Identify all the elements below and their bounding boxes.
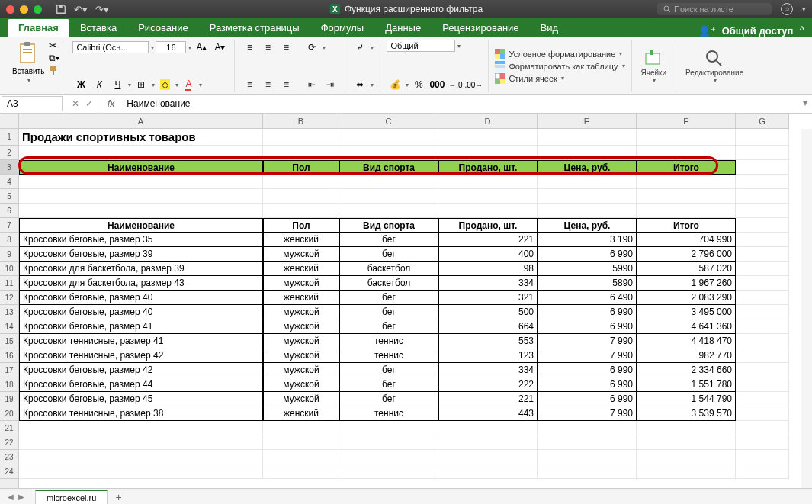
cell[interactable]: теннис [339,334,438,348]
cell[interactable] [637,146,736,160]
cell[interactable]: мужской [263,348,339,363]
cell[interactable]: бег [339,291,438,305]
cell[interactable]: 6 990 [538,377,637,392]
cell[interactable]: Итого [637,160,736,175]
row-header[interactable]: 12 [0,291,18,305]
cell[interactable] [538,464,637,479]
col-header-E[interactable]: E [538,114,637,128]
tab-layout[interactable]: Разметка страницы [199,19,310,37]
cell[interactable]: 334 [438,276,538,291]
currency-icon[interactable]: 💰 [387,77,403,92]
cell[interactable]: 98 [438,262,538,276]
cell[interactable]: бег [339,363,438,377]
cell[interactable] [736,319,789,334]
cell[interactable]: мужской [263,305,339,319]
cell[interactable]: теннис [339,406,438,421]
row-header[interactable]: 9 [0,247,18,262]
cell[interactable] [637,175,736,189]
cell[interactable] [339,189,438,204]
cell[interactable] [736,406,789,421]
cell[interactable]: мужской [263,334,339,348]
cell[interactable] [736,392,789,406]
cell[interactable]: 6 990 [538,392,637,406]
cell[interactable]: 1 544 790 [637,392,736,406]
cell[interactable] [263,464,339,479]
name-box[interactable]: A3 [2,96,63,111]
cell[interactable] [438,129,538,146]
cell[interactable]: Кроссовки беговые, размер 44 [19,377,263,392]
tab-draw[interactable]: Рисование [127,19,198,37]
font-color-button[interactable]: А [180,77,197,92]
cell[interactable]: 587 020 [637,262,736,276]
format-as-table-button[interactable]: Форматировать как таблицу▾ [495,60,624,72]
cell[interactable]: баскетбол [339,276,438,291]
cell[interactable] [19,435,263,450]
cell[interactable]: женский [263,233,339,247]
cell[interactable] [736,305,789,319]
cell[interactable] [438,435,538,450]
cell[interactable] [538,204,637,218]
align-bottom-icon[interactable]: ≡ [278,40,294,55]
cell[interactable]: 7 990 [538,406,637,421]
format-painter-icon[interactable] [49,65,59,75]
cell[interactable]: бег [339,305,438,319]
share-button[interactable]: Общий доступ [722,25,794,37]
cell[interactable] [736,276,789,291]
cell[interactable]: мужской [263,392,339,406]
cell[interactable] [339,450,438,464]
cell[interactable]: Цена, руб. [538,218,637,233]
cell[interactable] [736,218,789,233]
cell[interactable] [438,204,538,218]
cell[interactable] [736,247,789,262]
col-header-C[interactable]: C [339,114,438,128]
save-icon[interactable] [56,4,66,14]
cell[interactable] [19,189,263,204]
cell[interactable] [438,175,538,189]
cell[interactable] [736,175,789,189]
underline-button[interactable]: Ч [109,77,126,92]
cell[interactable]: 400 [438,247,538,262]
tab-formulas[interactable]: Формулы [310,19,375,37]
cell[interactable] [438,450,538,464]
cell[interactable]: 221 [438,233,538,247]
cell[interactable] [736,377,789,392]
wrap-text-icon[interactable]: ⤶ [351,40,368,55]
cell[interactable]: Кроссовки для баскетбола, размер 39 [19,262,263,276]
row-header[interactable]: 24 [0,464,18,479]
align-top-icon[interactable]: ≡ [241,40,258,55]
cell[interactable]: 1 551 780 [637,377,736,392]
cell[interactable] [263,421,339,435]
cell[interactable] [538,435,637,450]
minimize-window[interactable] [20,5,28,14]
row-header[interactable]: 23 [0,450,18,464]
cell[interactable]: Кроссовки беговые, размер 40 [19,305,263,319]
cell[interactable] [19,464,263,479]
cell[interactable]: бег [339,377,438,392]
col-header-A[interactable]: A [19,114,263,128]
formula-expand-icon[interactable]: ▾ [798,95,812,113]
cell[interactable]: теннис [339,348,438,363]
cell[interactable]: Вид спорта [339,218,438,233]
row-header[interactable]: 19 [0,392,18,406]
cell[interactable]: 3 190 [538,233,637,247]
cell[interactable]: Продано, шт. [438,218,538,233]
increase-decimal-icon[interactable]: ←.0 [447,77,464,92]
cell[interactable] [736,363,789,377]
confirm-icon[interactable]: ✓ [85,98,93,109]
tab-home[interactable]: Главная [8,19,69,37]
cell[interactable] [263,435,339,450]
cell[interactable] [637,204,736,218]
cell[interactable]: Кроссовки теннисные, размер 38 [19,406,263,421]
cancel-icon[interactable]: ✕ [72,98,79,109]
cell[interactable] [538,421,637,435]
cell[interactable]: Итого [637,218,736,233]
cell[interactable]: 2 796 000 [637,247,736,262]
cell[interactable]: бег [339,233,438,247]
cell[interactable]: 4 418 470 [637,334,736,348]
row-header[interactable]: 2 [0,146,18,160]
cell[interactable]: 221 [438,392,538,406]
cell[interactable] [19,175,263,189]
search-input[interactable]: Поиск на листе [657,3,772,15]
cell[interactable]: бег [339,319,438,334]
cell[interactable]: Наименование [19,160,263,175]
